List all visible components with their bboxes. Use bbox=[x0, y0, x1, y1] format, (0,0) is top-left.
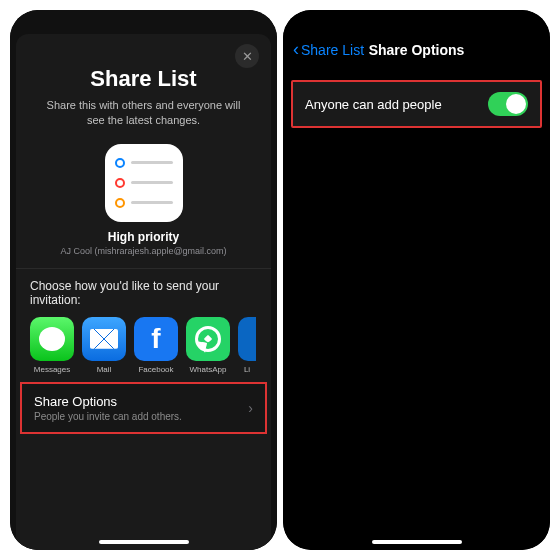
page-description: Share this with others and everyone will… bbox=[30, 98, 257, 128]
app-label: WhatsApp bbox=[186, 365, 230, 374]
phone-share-options: ‹ Share List Share Options Anyone can ad… bbox=[283, 10, 550, 550]
list-name: High priority bbox=[30, 230, 257, 244]
phone-share-list: ✕ Share List Share this with others and … bbox=[10, 10, 277, 550]
invite-heading: Choose how you'd like to send your invit… bbox=[30, 279, 257, 307]
chevron-left-icon: ‹ bbox=[293, 39, 299, 60]
reminders-list-icon bbox=[105, 144, 183, 222]
list-owner: AJ Cool (mishrarajesh.apple@gmail.com) bbox=[30, 246, 257, 256]
share-app-mail[interactable]: Mail bbox=[82, 317, 126, 374]
anyone-can-add-row[interactable]: Anyone can add people bbox=[291, 80, 542, 128]
messages-icon bbox=[30, 317, 74, 361]
back-button[interactable]: ‹ Share List bbox=[293, 36, 364, 64]
home-indicator[interactable] bbox=[99, 540, 189, 544]
whatsapp-icon bbox=[186, 317, 230, 361]
app-label: Li bbox=[238, 365, 256, 374]
page-title: Share List bbox=[30, 66, 257, 92]
close-icon: ✕ bbox=[242, 49, 253, 64]
share-app-messages[interactable]: Messages bbox=[30, 317, 74, 374]
mail-icon bbox=[82, 317, 126, 361]
back-label: Share List bbox=[301, 42, 364, 58]
chevron-right-icon: › bbox=[248, 400, 253, 416]
nav-title: Share Options bbox=[369, 42, 465, 58]
linkedin-icon bbox=[238, 317, 256, 361]
share-options-button[interactable]: Share Options People you invite can add … bbox=[20, 382, 267, 434]
nav-bar: ‹ Share List Share Options bbox=[283, 36, 550, 64]
divider bbox=[16, 268, 271, 269]
close-button[interactable]: ✕ bbox=[235, 44, 259, 68]
toggle-switch[interactable] bbox=[488, 92, 528, 116]
app-label: Mail bbox=[82, 365, 126, 374]
phone-inner: ‹ Share List Share Options Anyone can ad… bbox=[283, 10, 550, 550]
app-label: Facebook bbox=[134, 365, 178, 374]
share-apps-row: Messages Mail f Facebook WhatsApp bbox=[30, 317, 257, 382]
facebook-icon: f bbox=[134, 317, 178, 361]
share-app-linkedin[interactable]: Li bbox=[238, 317, 256, 374]
share-app-facebook[interactable]: f Facebook bbox=[134, 317, 178, 374]
share-app-whatsapp[interactable]: WhatsApp bbox=[186, 317, 230, 374]
share-options-sub: People you invite can add others. bbox=[34, 411, 253, 422]
share-options-title: Share Options bbox=[34, 394, 253, 409]
home-indicator[interactable] bbox=[372, 540, 462, 544]
toggle-label: Anyone can add people bbox=[305, 97, 442, 112]
share-sheet: ✕ Share List Share this with others and … bbox=[16, 34, 271, 550]
app-label: Messages bbox=[30, 365, 74, 374]
phone-inner: ✕ Share List Share this with others and … bbox=[10, 10, 277, 550]
